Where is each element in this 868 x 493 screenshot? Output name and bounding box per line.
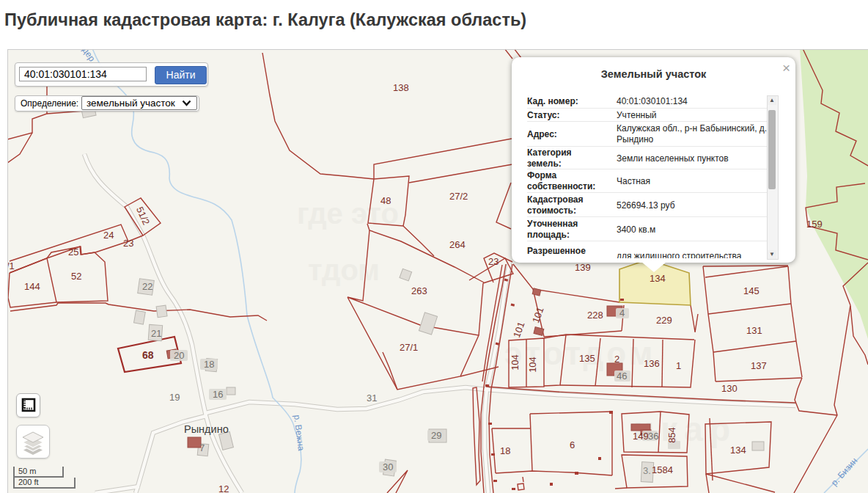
svg-text:854: 854 <box>666 427 677 443</box>
svg-text:144: 144 <box>24 281 40 292</box>
svg-text:27/2: 27/2 <box>449 191 468 202</box>
svg-text:104: 104 <box>527 357 538 373</box>
svg-text:130: 130 <box>721 383 738 394</box>
svg-text:3.: 3. <box>643 465 651 476</box>
svg-text:18: 18 <box>204 359 214 370</box>
svg-text:52: 52 <box>71 271 81 282</box>
svg-text:23: 23 <box>123 238 133 249</box>
svg-text:264: 264 <box>449 239 466 250</box>
svg-text:2: 2 <box>614 354 619 365</box>
svg-text:46: 46 <box>617 370 627 381</box>
svg-text:23: 23 <box>488 256 499 267</box>
svg-text:12: 12 <box>218 483 229 493</box>
svg-text:20: 20 <box>174 350 184 361</box>
svg-text:16: 16 <box>213 389 223 400</box>
svg-text:27/1: 27/1 <box>400 342 418 353</box>
svg-text:/1: /1 <box>8 260 15 271</box>
svg-text:137: 137 <box>751 360 767 371</box>
svg-text:6: 6 <box>570 439 575 450</box>
svg-text:30: 30 <box>383 461 393 472</box>
svg-text:68: 68 <box>142 349 154 361</box>
svg-text:24: 24 <box>103 230 114 241</box>
svg-text:31: 31 <box>367 392 377 403</box>
svg-text:19: 19 <box>169 392 180 403</box>
svg-text:263: 263 <box>411 285 427 296</box>
svg-text:25: 25 <box>68 246 78 258</box>
svg-text:21: 21 <box>151 328 161 339</box>
svg-text:18: 18 <box>500 445 510 456</box>
svg-text:134: 134 <box>650 273 666 284</box>
svg-text:149: 149 <box>633 431 649 442</box>
svg-text:29: 29 <box>431 430 441 441</box>
svg-text:229: 229 <box>656 315 672 326</box>
svg-text:36: 36 <box>648 431 658 442</box>
svg-text:Рындино: Рындино <box>184 423 229 435</box>
svg-text:136: 136 <box>644 358 660 369</box>
svg-text:7: 7 <box>199 442 205 453</box>
svg-text:1: 1 <box>676 360 681 371</box>
svg-text:4: 4 <box>619 307 625 318</box>
svg-text:138: 138 <box>393 82 409 93</box>
svg-text:тдом: тдом <box>308 254 380 286</box>
svg-text:22: 22 <box>142 281 152 292</box>
svg-text:139: 139 <box>575 262 591 273</box>
svg-text:145: 145 <box>743 285 760 296</box>
svg-text:228: 228 <box>587 310 603 321</box>
svg-text:159: 159 <box>806 219 823 230</box>
svg-text:48: 48 <box>380 195 391 206</box>
svg-text:1584: 1584 <box>652 464 673 475</box>
svg-text:134: 134 <box>730 445 746 456</box>
svg-text:104: 104 <box>510 354 521 370</box>
svg-text:135: 135 <box>579 353 595 364</box>
svg-text:131: 131 <box>746 325 762 336</box>
